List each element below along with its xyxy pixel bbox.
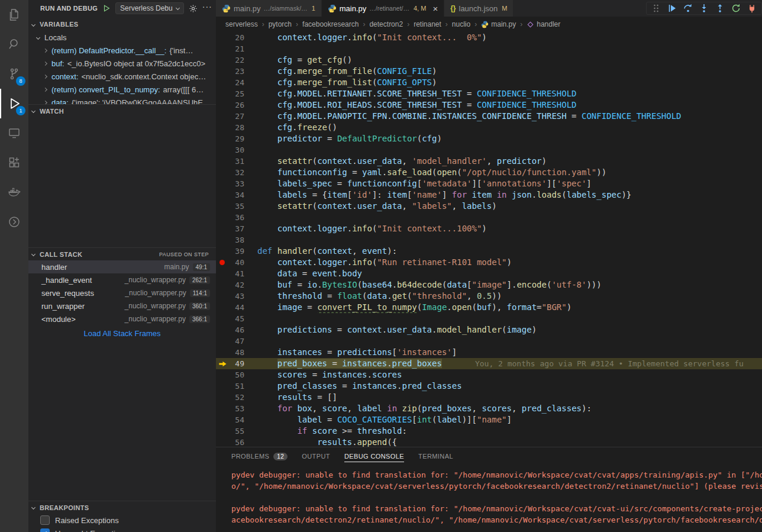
code-line[interactable]: 24 cfg.merge_from_list(CONFIG_OPTS): [216, 77, 762, 88]
gutter-glyph[interactable]: [216, 437, 230, 447]
breadcrumb-item-pytorch[interactable]: pytorch: [269, 20, 292, 28]
scope-locals[interactable]: Locals: [28, 31, 216, 44]
stack-frame-row[interactable]: run_wrapper_nuclio_wrapper.py360:1: [28, 299, 216, 312]
code-line[interactable]: 45: [216, 313, 762, 324]
gutter-glyph[interactable]: [216, 358, 230, 369]
code-line[interactable]: 56 results.append({: [216, 437, 762, 447]
call-stack-section-header[interactable]: CALL STACK PAUSED ON STEP: [28, 247, 216, 260]
code-line[interactable]: 30: [216, 144, 762, 156]
stack-frame-row[interactable]: serve_requests_nuclio_wrapper.py114:1: [28, 286, 216, 299]
gutter-glyph[interactable]: [216, 223, 230, 234]
breakpoint-checkbox[interactable]: ✓: [40, 528, 50, 532]
gutter-glyph[interactable]: [216, 291, 230, 302]
tab-launch-json[interactable]: {}launch.jsonM: [444, 0, 514, 17]
gutter-glyph[interactable]: [216, 257, 230, 268]
debug-toolbar-grip[interactable]: [651, 4, 661, 13]
code-line[interactable]: 39def handler(context, event):: [216, 246, 762, 257]
step-out-button[interactable]: [715, 4, 725, 13]
breakpoints-section-header[interactable]: BREAKPOINTS: [28, 501, 216, 514]
gutter-glyph[interactable]: [216, 167, 230, 178]
gutter-glyph[interactable]: [216, 324, 230, 336]
more-actions-icon[interactable]: ···: [202, 2, 215, 15]
variables-section-header[interactable]: VARIABLES: [28, 18, 216, 31]
activity-item-run-and-debug[interactable]: 1: [0, 89, 28, 118]
gutter-glyph[interactable]: [216, 369, 230, 381]
disconnect-button[interactable]: [747, 4, 757, 13]
gutter-glyph[interactable]: [216, 336, 230, 347]
start-debugging-button[interactable]: [102, 4, 111, 12]
code-line[interactable]: 29 predictor = DefaultPredictor(cfg): [216, 133, 762, 144]
activity-item-remote-explorer[interactable]: [0, 118, 28, 148]
code-line[interactable]: 46 predictions = context.user_data.model…: [216, 324, 762, 336]
gutter-glyph[interactable]: [216, 156, 230, 167]
debug-console-output[interactable]: pydev debugger: unable to find translati…: [216, 465, 762, 525]
code-line[interactable]: 23 cfg.merge_from_file(CONFIG_FILE): [216, 66, 762, 77]
stack-frame-row[interactable]: _handle_event_nuclio_wrapper.py262:1: [28, 273, 216, 286]
code-line[interactable]: 41 data = event.body: [216, 268, 762, 279]
gutter-glyph[interactable]: [216, 234, 230, 246]
code-line[interactable]: 36: [216, 212, 762, 223]
activity-item-docker[interactable]: [0, 178, 28, 207]
activity-item-search[interactable]: [0, 30, 28, 59]
close-icon[interactable]: ×: [432, 4, 438, 13]
code-line[interactable]: 43 threshold = float(data.get("threshold…: [216, 291, 762, 302]
gutter-glyph[interactable]: [216, 268, 230, 279]
breadcrumb-item-retinanet[interactable]: retinanet: [414, 20, 441, 28]
continue-button[interactable]: [667, 4, 677, 13]
gutter-glyph[interactable]: [216, 32, 230, 43]
code-line[interactable]: 21: [216, 43, 762, 54]
code-line[interactable]: 48 instances = predictions['instances']: [216, 347, 762, 358]
code-line[interactable]: 52 results = []: [216, 392, 762, 403]
gutter-glyph[interactable]: [216, 43, 230, 54]
gutter-glyph[interactable]: [216, 144, 230, 156]
gutter-glyph[interactable]: [216, 88, 230, 99]
code-line[interactable]: 35 setattr(context.user_data, "labels", …: [216, 201, 762, 212]
code-line[interactable]: 31 setattr(context.user_data, 'model_han…: [216, 156, 762, 167]
gutter-glyph[interactable]: [216, 201, 230, 212]
watch-section-header[interactable]: WATCH: [28, 104, 216, 117]
gutter-glyph[interactable]: [216, 133, 230, 144]
gutter-glyph[interactable]: [216, 392, 230, 403]
code-line[interactable]: 47: [216, 336, 762, 347]
gutter-glyph[interactable]: [216, 425, 230, 437]
variable-row[interactable]: data:{'image': 'iVBORw0KGgoAAAANSUhE…: [28, 96, 216, 104]
variable-row[interactable]: (return) convert_PIL_to_numpy:array([[[ …: [28, 83, 216, 96]
code-line[interactable]: 54 label = COCO_CATEGORIES[int(label)]["…: [216, 414, 762, 425]
gutter-glyph[interactable]: [216, 302, 230, 313]
panel-tab-problems[interactable]: PROBLEMS12: [224, 447, 295, 465]
code-line[interactable]: 28 cfg.freeze(): [216, 122, 762, 133]
breadcrumb-item-facebookresearch[interactable]: facebookresearch: [302, 20, 359, 28]
gutter-glyph[interactable]: [216, 111, 230, 122]
code-line[interactable]: 53 for box, score, label in zip(pred_box…: [216, 403, 762, 414]
code-line[interactable]: 49 pred_boxes = instances.pred_boxesYou,…: [216, 358, 762, 369]
variable-row[interactable]: buf:<_io.BytesIO object at 0x7f5a2dc1ecc…: [28, 57, 216, 70]
code-line[interactable]: 34 labels = {item['id']: item['name'] fo…: [216, 189, 762, 201]
code-line[interactable]: 50 scores = instances.scores: [216, 369, 762, 381]
gutter-glyph[interactable]: [216, 403, 230, 414]
gutter-glyph[interactable]: [216, 99, 230, 111]
load-all-stack-frames-link[interactable]: Load All Stack Frames: [28, 329, 216, 338]
breadcrumb-item-handler[interactable]: handler: [527, 20, 560, 28]
restart-button[interactable]: [731, 4, 741, 13]
breadcrumb-item-nuclio[interactable]: nuclio: [452, 20, 470, 28]
breadcrumb-item-detectron2[interactable]: detectron2: [369, 20, 403, 28]
code-line[interactable]: 55 if score >= threshold:: [216, 425, 762, 437]
tab-main-py[interactable]: main.py…/retinanet/…4, M×: [322, 0, 444, 17]
gutter-glyph[interactable]: [216, 313, 230, 324]
code-line[interactable]: 38: [216, 234, 762, 246]
code-line[interactable]: 22 cfg = get_cfg(): [216, 54, 762, 66]
gutter-glyph[interactable]: [216, 347, 230, 358]
activity-item-explorer[interactable]: [0, 0, 28, 30]
code-line[interactable]: 25 cfg.MODEL.RETINANET.SCORE_THRESH_TEST…: [216, 88, 762, 99]
code-line[interactable]: 42 buf = io.BytesIO(base64.b64decode(dat…: [216, 279, 762, 291]
breadcrumb-item-main-py[interactable]: main.py: [481, 20, 516, 28]
activity-item-extensions[interactable]: [0, 148, 28, 178]
tab-main-py[interactable]: main.py…/siammask/…1: [216, 0, 322, 17]
code-line[interactable]: 33 labels_spec = functionconfig['metadat…: [216, 178, 762, 189]
stack-frame-row[interactable]: handlermain.py49:1: [28, 260, 216, 273]
code-line[interactable]: 32 functionconfig = yaml.safe_load(open(…: [216, 167, 762, 178]
gutter-glyph[interactable]: [216, 77, 230, 88]
variable-row[interactable]: (return) DefaultPredictor.__call__:{'ins…: [28, 44, 216, 57]
activity-item-live-share[interactable]: [0, 207, 28, 237]
code-line[interactable]: 37 context.logger.info("Init context...1…: [216, 223, 762, 234]
